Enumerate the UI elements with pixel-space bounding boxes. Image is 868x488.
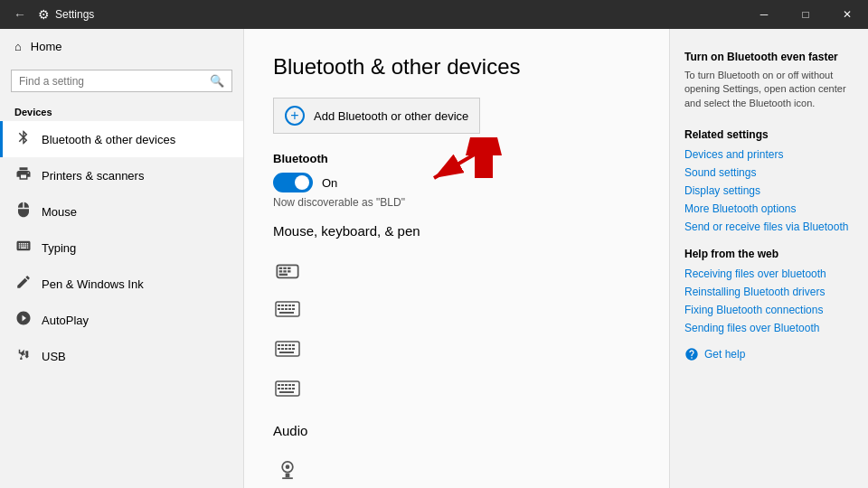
svg-rect-19 (285, 308, 288, 310)
svg-point-48 (286, 465, 290, 469)
rp-web-link-receiving[interactable]: Receiving files over bluetooth (684, 267, 854, 280)
rp-faster-title: Turn on Bluetooth even faster (684, 51, 854, 63)
svg-rect-33 (292, 348, 295, 350)
usb-icon (14, 346, 33, 366)
svg-rect-24 (278, 344, 280, 346)
svg-rect-45 (292, 388, 295, 389)
svg-rect-22 (279, 312, 294, 314)
get-help-label: Get help (704, 348, 745, 361)
toggle-row: On (273, 173, 640, 192)
back-button[interactable]: ← (7, 2, 33, 27)
sidebar-item-pen-label: Pen & Windows Ink (42, 277, 144, 291)
svg-rect-16 (292, 305, 295, 306)
svg-rect-28 (292, 344, 295, 346)
svg-rect-42 (281, 388, 284, 389)
home-icon: ⌂ (14, 40, 22, 53)
titlebar-title: Settings (55, 8, 94, 21)
page-title: Bluetooth & other devices (273, 54, 640, 80)
bluetooth-toggle[interactable] (273, 173, 313, 192)
sidebar-item-home[interactable]: ⌂ Home (0, 29, 243, 64)
svg-rect-32 (288, 348, 291, 350)
rp-link-devices-printers[interactable]: Devices and printers (684, 148, 854, 161)
svg-rect-36 (278, 384, 280, 386)
add-device-button[interactable]: + Add Bluetooth or other device (273, 98, 480, 134)
svg-rect-49 (286, 474, 290, 478)
audio-section-heading: Audio (273, 423, 640, 438)
rp-related-title: Related settings (684, 128, 854, 141)
stylus-icon (273, 255, 302, 284)
svg-rect-25 (281, 344, 284, 346)
pen-icon (14, 274, 33, 294)
svg-rect-27 (288, 344, 291, 346)
svg-rect-4 (279, 267, 283, 269)
svg-rect-15 (288, 305, 291, 306)
sidebar: ⌂ Home 🔍 Devices Bluetooth & other devic… (0, 29, 244, 488)
rp-web-link-fixing[interactable]: Fixing Bluetooth connections (684, 304, 854, 316)
bluetooth-section-label: Bluetooth (273, 152, 640, 165)
svg-rect-38 (285, 384, 288, 386)
svg-rect-26 (285, 344, 288, 346)
rp-faster-desc: To turn Bluetooth on or off without open… (684, 69, 854, 110)
svg-rect-8 (283, 270, 287, 272)
svg-rect-10 (279, 274, 288, 276)
sidebar-item-mouse-label: Mouse (42, 205, 77, 219)
sidebar-item-typing[interactable]: Typing (0, 230, 243, 266)
svg-rect-5 (283, 267, 287, 269)
discoverable-text: Now discoverable as "BLD" (273, 196, 640, 209)
help-icon (684, 347, 699, 361)
rp-web-link-reinstalling[interactable]: Reinstalling Bluetooth drivers (684, 286, 854, 298)
search-input[interactable] (19, 75, 210, 88)
svg-rect-14 (285, 305, 288, 306)
rp-web-link-sending[interactable]: Sending files over Bluetooth (684, 322, 854, 334)
svg-rect-17 (278, 308, 280, 310)
sidebar-item-bluetooth[interactable]: Bluetooth & other devices (0, 121, 243, 157)
sidebar-item-autoplay[interactable]: AutoPlay (0, 302, 243, 338)
maximize-button[interactable]: □ (785, 0, 826, 29)
device-item-keyboard2 (273, 329, 640, 369)
svg-rect-34 (279, 352, 294, 353)
add-device-label: Add Bluetooth or other device (314, 109, 468, 123)
svg-rect-40 (292, 384, 295, 386)
svg-rect-13 (281, 305, 284, 306)
svg-rect-12 (278, 305, 280, 306)
typing-icon (14, 238, 33, 258)
svg-rect-44 (288, 388, 291, 389)
svg-rect-21 (292, 308, 295, 310)
printer-icon (14, 165, 33, 185)
minimize-button[interactable]: ─ (743, 0, 785, 29)
toggle-knob (295, 175, 309, 190)
keyboard3-icon (273, 374, 302, 403)
device-item-keyboard3 (273, 369, 640, 408)
svg-rect-46 (279, 391, 294, 393)
rp-link-display[interactable]: Display settings (684, 184, 854, 197)
sidebar-item-typing-label: Typing (42, 241, 76, 255)
close-button[interactable]: ✕ (826, 0, 868, 29)
sidebar-item-bluetooth-label: Bluetooth & other devices (42, 133, 175, 146)
svg-rect-31 (285, 348, 288, 350)
get-help-link[interactable]: Get help (684, 347, 854, 361)
device-item-keyboard1 (273, 289, 640, 329)
content-area: ⌂ Home 🔍 Devices Bluetooth & other devic… (0, 29, 868, 488)
rp-link-more-bluetooth[interactable]: More Bluetooth options (684, 202, 854, 215)
bluetooth-toggle-section: Bluetooth On Now discoverable as "BLD" (273, 152, 640, 209)
sidebar-section-title: Devices (0, 101, 243, 121)
main-content: Bluetooth & other devices + Add Bluetoot… (244, 29, 669, 488)
sidebar-item-autoplay-label: AutoPlay (42, 314, 89, 327)
sidebar-item-usb[interactable]: USB (0, 338, 243, 374)
toggle-state-label: On (322, 176, 337, 190)
bluetooth-icon (14, 129, 33, 149)
right-panel: Turn on Bluetooth even faster To turn Bl… (669, 29, 868, 488)
mouse-icon (14, 202, 33, 221)
search-box: 🔍 (11, 70, 232, 92)
search-icon: 🔍 (210, 74, 224, 88)
titlebar-left: ← ⚙ Settings (7, 2, 94, 27)
rp-link-send-receive[interactable]: Send or receive files via Bluetooth (684, 221, 854, 233)
rp-link-sound[interactable]: Sound settings (684, 166, 854, 179)
settings-window: ← ⚙ Settings ─ □ ✕ ⌂ Home 🔍 Devices (0, 0, 868, 488)
sidebar-item-pen[interactable]: Pen & Windows Ink (0, 266, 243, 302)
sidebar-item-mouse[interactable]: Mouse (0, 193, 243, 230)
sidebar-item-printers[interactable]: Printers & scanners (0, 157, 243, 193)
device-item-stylus (273, 249, 640, 289)
plus-icon: + (285, 106, 305, 126)
rp-web-title: Help from the web (684, 248, 854, 260)
